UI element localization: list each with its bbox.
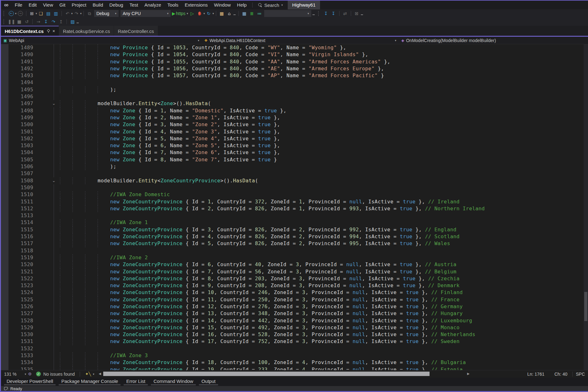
code-line-text[interactable]: new ZoneCountryProvince { Id = 17, Count…	[47, 338, 584, 345]
add-item-button[interactable]: ⌂	[226, 10, 233, 17]
code-line-text[interactable]: new ZoneCountryProvince { Id = 9, Countr…	[47, 282, 584, 289]
code-line-text[interactable]: new ZoneCountryProvince { Id = 15, Count…	[47, 324, 584, 331]
code-line[interactable]: 1508⌄modelBuilder.Entity<ZoneCountryProv…	[1, 177, 584, 184]
save-all-button[interactable]: ▥	[52, 10, 59, 17]
code-line-text[interactable]: new ZoneCountryProvince { Id = 12, Count…	[47, 303, 584, 310]
menu-item-window[interactable]: Window	[211, 1, 234, 9]
codelens-indicator-icon[interactable]: ⚙	[28, 372, 32, 376]
code-line-text[interactable]: new ZoneCountryProvince { Id = 2, Countr…	[47, 205, 584, 212]
menu-item-analyze[interactable]: Analyze	[141, 1, 164, 9]
code-line[interactable]: 1522new ZoneCountryProvince { Id = 8, Co…	[1, 275, 584, 282]
vertical-scrollbar[interactable]	[584, 44, 588, 370]
find-in-files-button[interactable]: ▩	[218, 10, 225, 17]
code-line-text[interactable]: new ZoneCountryProvince { Id = 16, Count…	[47, 331, 584, 338]
code-line[interactable]: 1506);	[1, 163, 584, 170]
code-line[interactable]: 1507	[1, 170, 584, 177]
code-line[interactable]: 1502new Zone { Id = 5, Name = "Zone 4", …	[1, 135, 584, 142]
fold-collapse-icon[interactable]: ⌄	[51, 177, 57, 184]
step-over-button[interactable]: ↷	[50, 18, 57, 25]
code-line[interactable]: 1526new ZoneCountryProvince { Id = 12, C…	[1, 303, 584, 310]
toolbar-grip[interactable]	[3, 19, 5, 24]
breadcrumb-project[interactable]: ▣ WebApi ▾	[1, 37, 202, 44]
code-line-text[interactable]: new ZoneCountryProvince { Id = 3, Countr…	[47, 226, 584, 233]
code-line[interactable]: 1501new Zone { Id = 4, Name = "Zone 3", …	[1, 128, 584, 135]
breadcrumb-member[interactable]: ◈ OnModelCreating(ModelBuilder modelBuil…	[399, 37, 588, 44]
code-line-text[interactable]: //IWA Zone Domestic	[47, 191, 584, 198]
panel-tab-developer-powershell[interactable]: Developer PowerShell	[3, 378, 56, 386]
code-line-text[interactable]: new ZoneCountryProvince { Id = 8, Countr…	[47, 275, 584, 282]
navigate-forward-button[interactable]: →	[17, 10, 24, 17]
code-line-text[interactable]: new ZoneCountryProvince { Id = 18, Count…	[47, 359, 584, 366]
hot-reload-dropdown[interactable]: ▾	[204, 12, 205, 15]
toolbar-grip[interactable]	[3, 11, 5, 16]
code-line-text[interactable]: new ZoneCountryProvince { Id = 14, Count…	[47, 317, 584, 324]
code-line[interactable]: 1518	[1, 247, 584, 254]
column-indicator[interactable]: Ch: 40	[549, 372, 572, 377]
code-line[interactable]: 1491new Province { Id = 1055, CountryId …	[1, 58, 584, 65]
code-line[interactable]: 1519//IWA Zone 2	[1, 254, 584, 261]
code-line-text[interactable]: new Province { Id = 1053, CountryId = 84…	[47, 44, 584, 51]
code-line[interactable]: 1531new ZoneCountryProvince { Id = 17, C…	[1, 338, 584, 345]
chevron-down-icon[interactable]: ▾	[395, 39, 396, 42]
code-line[interactable]: 1524new ZoneCountryProvince { Id = 10, C…	[1, 289, 584, 296]
code-line[interactable]: 1528new ZoneCountryProvince { Id = 14, C…	[1, 317, 584, 324]
code-line-text[interactable]: new Zone { Id = 8, Name = "Zone 7", IsAc…	[47, 156, 584, 163]
code-line[interactable]: 1496	[1, 93, 584, 100]
breadcrumb-type[interactable]: ❖ WebApi.Data.H61DbContext ▾	[202, 37, 399, 44]
line-number-indicator[interactable]: Ln: 1761	[522, 372, 549, 377]
navigate-backward-dropdown[interactable]: ▾	[15, 12, 17, 15]
code-line-text[interactable]: new Zone { Id = 2, Name = "Zone 1", IsAc…	[47, 114, 584, 121]
code-line[interactable]: 1529new ZoneCountryProvince { Id = 15, C…	[1, 324, 584, 331]
zoom-control[interactable]: 131 % ▾	[1, 372, 28, 377]
code-line[interactable]: 1497⌄modelBuilder.Entity<Zone>().HasData…	[1, 100, 584, 107]
import-schema-button[interactable]: ↧	[330, 10, 337, 17]
code-line[interactable]: 1512new ZoneCountryProvince { Id = 2, Co…	[1, 205, 584, 212]
code-line[interactable]: 1517new ZoneCountryProvince { Id = 5, Co…	[1, 240, 584, 247]
code-line-text[interactable]: new Province { Id = 1056, CountryId = 84…	[47, 65, 584, 72]
code-line[interactable]: 1516new ZoneCountryProvince { Id = 4, Co…	[1, 233, 584, 240]
code-line-text[interactable]: new ZoneCountryProvince { Id = 1, Countr…	[47, 198, 584, 205]
document-tab-ratecontroller-cs[interactable]: RateController.cs	[114, 26, 158, 36]
pin-icon[interactable]	[47, 29, 50, 33]
toolbar-grip[interactable]	[318, 11, 320, 16]
panel-tab-output[interactable]: Output	[198, 378, 219, 386]
menu-item-help[interactable]: Help	[234, 1, 250, 9]
undo-button[interactable]: ↶	[64, 10, 71, 17]
panel-tab-command-window[interactable]: Command Window	[150, 378, 196, 386]
code-line[interactable]: 1534new ZoneCountryProvince { Id = 18, C…	[1, 359, 584, 366]
code-line-text[interactable]: //IWA Zone 2	[47, 254, 584, 261]
menu-item-test[interactable]: Test	[126, 1, 142, 9]
menu-item-build[interactable]: Build	[89, 1, 106, 9]
panel-tab-error-list[interactable]: Error List	[123, 378, 148, 386]
code-line-text[interactable]: new Province { Id = 1054, CountryId = 84…	[47, 51, 584, 58]
menu-item-project[interactable]: Project	[68, 1, 89, 9]
code-line[interactable]: 1494	[1, 79, 584, 86]
breakpoints-window-button[interactable]: ▨	[69, 18, 76, 25]
fold-collapse-icon[interactable]: ⌄	[51, 100, 57, 107]
code-line-text[interactable]: modelBuilder.Entity<Zone>().HasData(	[47, 100, 584, 107]
code-line[interactable]: 1493new Province { Id = 1057, CountryId …	[1, 72, 584, 79]
start-debugging-button[interactable]: ▶https▾	[172, 10, 188, 17]
code-line[interactable]: 1490new Province { Id = 1054, CountryId …	[1, 51, 584, 58]
code-line-text[interactable]: new ZoneCountryProvince { Id = 5, Countr…	[47, 240, 584, 247]
search-control[interactable]: Search ▾	[255, 3, 286, 8]
step-into-button[interactable]: ↧	[42, 18, 49, 25]
code-cleanup-dropdown[interactable]: ▾	[93, 373, 94, 376]
code-line-text[interactable]: new Zone { Id = 6, Name = "Zone 5", IsAc…	[47, 142, 584, 149]
document-health-indicator[interactable]: ✓ No issues found	[36, 372, 75, 377]
restart-application-button[interactable]: ↻	[205, 10, 212, 17]
menu-item-edit[interactable]: Edit	[25, 1, 40, 9]
code-line[interactable]: 1492new Province { Id = 1056, CountryId …	[1, 65, 584, 72]
restart-dropdown[interactable]: ▾	[212, 12, 214, 15]
import-data-button[interactable]: ↧	[323, 10, 329, 17]
code-line-text[interactable]: new ZoneCountryProvince { Id = 13, Count…	[47, 310, 584, 317]
code-line-text[interactable]: );	[47, 163, 584, 170]
code-line-text[interactable]: new Province { Id = 1057, CountryId = 84…	[47, 72, 584, 79]
scroll-right-arrow[interactable]: ▶	[467, 372, 470, 375]
code-line-text[interactable]: new ZoneCountryProvince { Id = 11, Count…	[47, 296, 584, 303]
code-line[interactable]: 1505new Zone { Id = 8, Name = "Zone 7", …	[1, 156, 584, 163]
code-line[interactable]: 1530new ZoneCountryProvince { Id = 16, C…	[1, 331, 584, 338]
chevron-down-icon[interactable]: ▾	[198, 39, 199, 42]
menu-item-file[interactable]: File	[12, 1, 25, 9]
show-next-statement-button[interactable]: →	[35, 18, 42, 25]
